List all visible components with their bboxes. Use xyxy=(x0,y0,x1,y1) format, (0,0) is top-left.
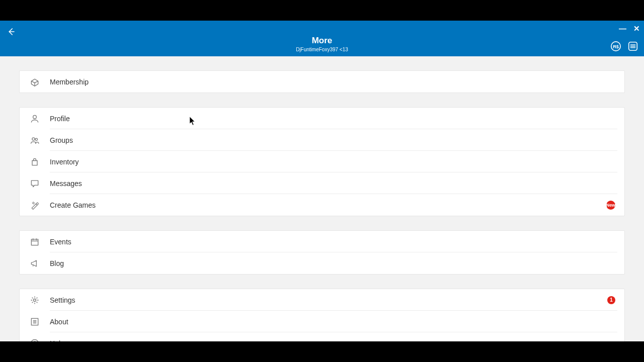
row-help[interactable]: Help xyxy=(20,332,624,341)
row-label: Messages xyxy=(50,179,82,188)
message-icon xyxy=(30,178,40,189)
menu-icon xyxy=(627,41,638,52)
row-label: Profile xyxy=(50,115,70,123)
robux-button[interactable]: R$ xyxy=(610,40,622,52)
list-icon xyxy=(30,317,40,327)
row-blog[interactable]: Blog xyxy=(20,252,624,274)
svg-point-17 xyxy=(34,299,36,301)
section-system: Settings 1 About Help xyxy=(19,289,625,341)
row-inventory[interactable]: Inventory xyxy=(20,151,624,172)
menu-button[interactable] xyxy=(627,40,639,52)
row-create-games[interactable]: Create Games New xyxy=(20,194,624,216)
svg-point-7 xyxy=(33,115,37,119)
row-label: Groups xyxy=(50,136,73,144)
row-label: Inventory xyxy=(50,158,79,166)
section-account: Profile Groups Inventory xyxy=(19,107,625,216)
row-label: Settings xyxy=(50,296,75,304)
row-membership[interactable]: Membership xyxy=(20,71,624,93)
close-button[interactable]: ✕ xyxy=(633,25,640,32)
row-label: About xyxy=(50,318,68,326)
letterbox-bottom xyxy=(0,341,644,362)
row-events[interactable]: Events xyxy=(20,231,624,252)
row-label: Blog xyxy=(50,259,64,267)
svg-rect-10 xyxy=(31,239,38,245)
letterbox-top xyxy=(0,0,644,21)
window-controls: — ✕ xyxy=(619,25,640,32)
minimize-button[interactable]: — xyxy=(619,25,626,32)
row-profile[interactable]: Profile xyxy=(20,108,624,129)
app-window: More DjFuntimeFoxy397 <13 — ✕ R$ xyxy=(0,21,644,341)
builders-club-icon xyxy=(30,77,40,87)
megaphone-icon xyxy=(30,258,40,268)
section-community: Events Blog xyxy=(19,230,625,275)
row-settings[interactable]: Settings 1 xyxy=(20,289,624,311)
users-icon xyxy=(30,135,40,145)
row-label: Create Games xyxy=(50,201,96,209)
content: Membership Profile Groups xyxy=(0,56,644,341)
page-subtitle: DjFuntimeFoxy397 <13 xyxy=(0,47,644,52)
svg-point-8 xyxy=(32,137,35,140)
new-badge: New xyxy=(606,201,615,210)
section-membership: Membership xyxy=(19,70,625,93)
tools-icon xyxy=(30,200,40,210)
arrow-left-icon xyxy=(7,27,16,36)
header-right-icons: R$ xyxy=(610,40,639,52)
calendar-icon xyxy=(30,237,40,247)
row-messages[interactable]: Messages xyxy=(20,172,624,194)
header: More DjFuntimeFoxy397 <13 — ✕ R$ xyxy=(0,21,644,56)
row-label: Membership xyxy=(50,78,89,86)
row-about[interactable]: About xyxy=(20,311,624,332)
row-label: Events xyxy=(50,238,71,246)
robux-icon: R$ xyxy=(610,41,621,52)
count-badge: 1 xyxy=(607,296,615,304)
svg-text:R$: R$ xyxy=(613,44,619,49)
header-title-block: More DjFuntimeFoxy397 <13 xyxy=(0,36,644,52)
page-title: More xyxy=(0,36,644,46)
row-groups[interactable]: Groups xyxy=(20,129,624,151)
bag-icon xyxy=(30,157,40,167)
svg-point-9 xyxy=(35,138,37,140)
gear-icon xyxy=(30,295,40,305)
user-icon xyxy=(30,114,40,124)
